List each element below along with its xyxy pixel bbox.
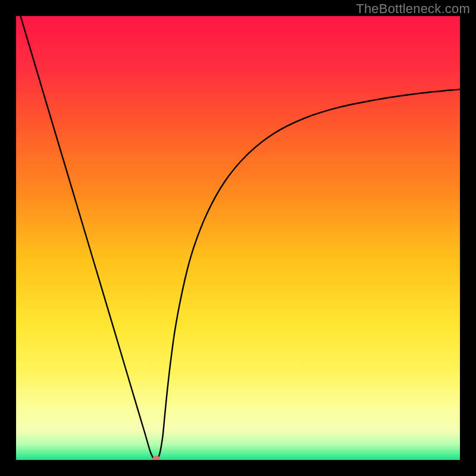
chart-plot-area bbox=[16, 16, 460, 460]
gradient-background bbox=[16, 16, 460, 460]
watermark-text: TheBottleneck.com bbox=[356, 1, 470, 17]
bottleneck-chart bbox=[16, 16, 460, 460]
